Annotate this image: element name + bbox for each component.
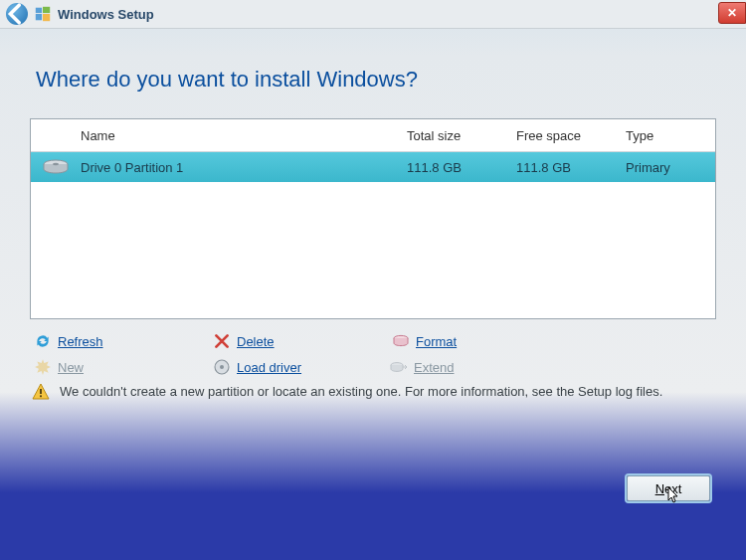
drive-icon <box>39 158 73 176</box>
svg-rect-2 <box>36 14 42 20</box>
new-icon <box>34 359 52 375</box>
back-button[interactable] <box>6 3 28 25</box>
app-icon <box>34 5 52 23</box>
window-title: Windows Setup <box>58 7 154 22</box>
extend-icon <box>390 359 408 375</box>
next-label-rest: ext <box>664 481 681 496</box>
partition-name: Drive 0 Partition 1 <box>73 160 407 175</box>
load-driver-icon <box>213 359 231 375</box>
svg-point-8 <box>220 365 224 369</box>
refresh-link[interactable]: Refresh <box>34 333 213 349</box>
partition-free: 111.8 GB <box>516 160 626 175</box>
content-area: Where do you want to install Windows? Na… <box>0 29 746 411</box>
svg-rect-11 <box>40 395 42 397</box>
page-heading: Where do you want to install Windows? <box>36 67 716 93</box>
next-button[interactable]: Next <box>627 475 710 501</box>
svg-rect-10 <box>40 389 42 394</box>
load-driver-link[interactable]: Load driver <box>213 359 390 375</box>
warning-message: We couldn't create a new partition or lo… <box>32 383 688 401</box>
column-header-row: Name Total size Free space Type <box>31 119 715 152</box>
title-bar: Windows Setup ✕ <box>0 0 746 29</box>
new-link: New <box>34 359 213 375</box>
delete-icon <box>213 333 231 349</box>
svg-point-5 <box>53 163 59 165</box>
refresh-icon <box>34 333 52 349</box>
warning-icon <box>32 383 50 401</box>
format-link[interactable]: Format <box>392 333 571 349</box>
close-button[interactable]: ✕ <box>718 2 746 24</box>
svg-rect-3 <box>43 14 50 21</box>
partition-list[interactable]: Name Total size Free space Type Drive 0 … <box>30 118 716 319</box>
svg-rect-1 <box>43 7 50 13</box>
action-bar: Refresh Delete Format New Load driver Ex… <box>34 333 690 375</box>
warning-text: We couldn't create a new partition or lo… <box>60 383 662 401</box>
delete-link[interactable]: Delete <box>213 333 392 349</box>
partition-row[interactable]: Drive 0 Partition 1 111.8 GB 111.8 GB Pr… <box>31 152 715 182</box>
format-icon <box>392 333 410 349</box>
column-name: Name <box>81 128 407 143</box>
partition-total: 111.8 GB <box>407 160 516 175</box>
next-button-wrap: Next <box>627 475 710 501</box>
column-total-size: Total size <box>407 128 516 143</box>
column-type: Type <box>626 128 715 143</box>
extend-link: Extend <box>390 359 569 375</box>
svg-rect-0 <box>36 8 42 13</box>
column-free-space: Free space <box>516 128 626 143</box>
partition-type: Primary <box>626 160 715 175</box>
